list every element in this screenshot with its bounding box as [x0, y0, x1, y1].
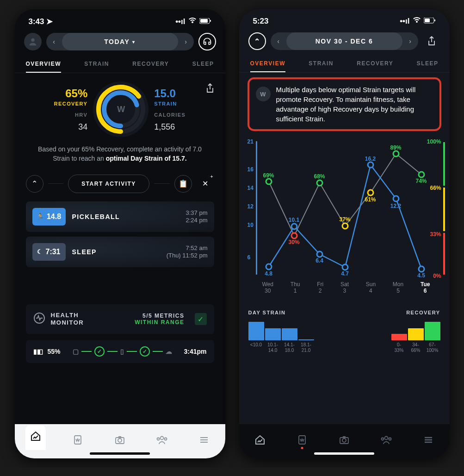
weekly-chart[interactable]: 21 16 14 12 10 6 100% 66% 33% 0%	[239, 136, 450, 302]
activity-name: PICKLEBALL	[72, 213, 179, 220]
top-nav: ‹ TODAY▾ ›	[15, 28, 225, 55]
tab-camera[interactable]	[110, 434, 130, 448]
recovery-distribution[interactable]: RECOVERY 0-33% 34-66% 67-100%	[349, 310, 440, 353]
y-tick: 12	[247, 203, 254, 210]
activity-times: 7:52 am (Thu) 11:52 pm	[167, 244, 208, 259]
svg-point-20	[317, 251, 322, 257]
tab-sleep[interactable]: SLEEP	[417, 60, 439, 72]
prev-day-button[interactable]: ‹	[46, 38, 62, 45]
start-activity-button[interactable]: START ACTIVITY	[68, 175, 149, 193]
svg-rect-2	[210, 20, 211, 22]
battery-icon	[199, 17, 211, 26]
svg-point-19	[291, 224, 297, 229]
chevron-down-icon: ▾	[132, 39, 136, 44]
tab-camera[interactable]	[334, 434, 354, 448]
add-activity-button[interactable]: +✕	[197, 175, 214, 193]
activity-badge: ☾7:31	[32, 243, 66, 261]
svg-point-24	[419, 266, 424, 272]
tab-recovery[interactable]: RECOVERY	[132, 61, 169, 73]
tab-community[interactable]	[376, 434, 396, 448]
svg-point-25	[266, 179, 272, 184]
clipboard-icon: 📋	[179, 179, 188, 188]
sync-status-row[interactable]: ▮◧ 55% ▢ ✓ ▯ ✓ ☁ 3:41pm	[26, 340, 214, 363]
device-battery: 55%	[48, 348, 61, 355]
tab-coach[interactable]	[68, 434, 88, 448]
check-icon: ✓	[195, 313, 207, 325]
date-label-button[interactable]: NOV 30 - DEC 6	[286, 32, 402, 50]
svg-point-31	[419, 172, 424, 177]
svg-point-14	[165, 438, 167, 440]
svg-point-3	[31, 38, 34, 42]
pt-label: 89%	[390, 144, 401, 151]
y-tick: 10	[247, 222, 254, 228]
tab-sleep[interactable]: SLEEP	[192, 61, 214, 73]
support-button[interactable]	[198, 33, 216, 50]
people-icon	[156, 436, 168, 448]
wifi-icon	[188, 17, 197, 26]
next-week-button[interactable]: ›	[402, 38, 418, 45]
pt-label: 37%	[339, 216, 350, 223]
tab-menu[interactable]	[418, 434, 439, 448]
menu-icon	[198, 436, 210, 448]
svg-point-29	[368, 190, 373, 195]
hrv-label: HRV	[75, 112, 87, 118]
moon-icon: ☾	[37, 248, 43, 255]
share-button[interactable]	[423, 36, 440, 46]
tab-recovery[interactable]: RECOVERY	[357, 60, 393, 72]
scroll-top-button[interactable]: ⌃	[248, 32, 266, 50]
home-icon	[30, 431, 41, 445]
r-tick: 0%	[433, 273, 441, 279]
date-selector: ‹ NOV 30 - DEC 6 ›	[271, 32, 418, 50]
prev-week-button[interactable]: ‹	[271, 38, 286, 45]
collapse-button[interactable]: ⌃	[26, 175, 43, 193]
activity-card-pickleball[interactable]: 🏃14.8 PICKLEBALL 3:37 pm 2:24 pm	[26, 201, 214, 232]
next-day-button[interactable]: ›	[178, 38, 194, 45]
share-button[interactable]	[206, 83, 214, 95]
tab-coach[interactable]	[292, 434, 312, 448]
svg-point-28	[342, 223, 348, 229]
tab-overview[interactable]: OVERVIEW	[250, 60, 285, 72]
home-indicator[interactable]	[90, 452, 150, 455]
strain-col: 15.0 STRAIN CALORIES 1,556	[154, 87, 186, 132]
day-strain-distribution[interactable]: DAY STRAIN <10.0 10.1-14.0 14.1-18.0 18.…	[248, 310, 340, 353]
journal-button[interactable]: 📋	[174, 175, 192, 193]
wifi-icon	[413, 17, 421, 26]
svg-point-22	[368, 162, 373, 168]
svg-point-35	[385, 437, 388, 440]
pt-label: 61%	[365, 196, 376, 203]
strain-recovery-ring[interactable]: W	[93, 81, 148, 137]
ring-row: 65% RECOVERY HRV 34 W 15.0 STRAIN CALORI…	[26, 81, 214, 137]
pt-label: 68%	[314, 173, 325, 180]
tab-overview[interactable]: OVERVIEW	[26, 61, 61, 73]
home-indicator[interactable]	[314, 452, 374, 455]
sync-time: 3:41pm	[184, 348, 206, 355]
tab-community[interactable]	[152, 434, 172, 448]
pt-label: 6.4	[316, 257, 323, 264]
health-monitor-status: 5/5 METRICS WITHIN RANGE	[135, 313, 184, 326]
y-tick: 14	[247, 185, 254, 191]
svg-point-21	[342, 264, 348, 270]
activity-times: 3:37 pm 2:24 pm	[186, 209, 208, 224]
health-monitor-card[interactable]: HEALTHMONITOR 5/5 METRICS WITHIN RANGE ✓	[26, 304, 214, 335]
phone-week: 5:23 ••ıl ⌃ ‹ NOV 30 - DEC 6 › OVERVIEW …	[239, 9, 450, 458]
tab-menu[interactable]	[194, 434, 214, 448]
tab-home[interactable]	[25, 425, 46, 450]
svg-point-18	[266, 264, 272, 269]
date-label-button[interactable]: TODAY▾	[62, 33, 178, 50]
activity-card-sleep[interactable]: ☾7:31 SLEEP 7:52 am (Thu) 11:52 pm	[26, 237, 214, 267]
r-tick: 33%	[430, 231, 441, 238]
svg-rect-1	[200, 19, 208, 23]
svg-point-30	[393, 151, 399, 157]
svg-rect-17	[434, 19, 435, 21]
status-right: ••ıl	[175, 17, 211, 26]
status-time: 5:23	[253, 17, 269, 26]
r-tick: 66%	[430, 185, 441, 191]
strain-value: 15.0	[154, 87, 176, 100]
tab-strain[interactable]: STRAIN	[309, 60, 334, 72]
profile-avatar[interactable]	[24, 33, 42, 50]
tab-home[interactable]	[250, 434, 270, 448]
tab-strain[interactable]: STRAIN	[84, 61, 109, 73]
y-tick: 16	[247, 166, 254, 173]
phone-icon: ▯	[120, 348, 124, 355]
insight-callout: W Multiple days below optimal Strain tar…	[247, 77, 441, 131]
